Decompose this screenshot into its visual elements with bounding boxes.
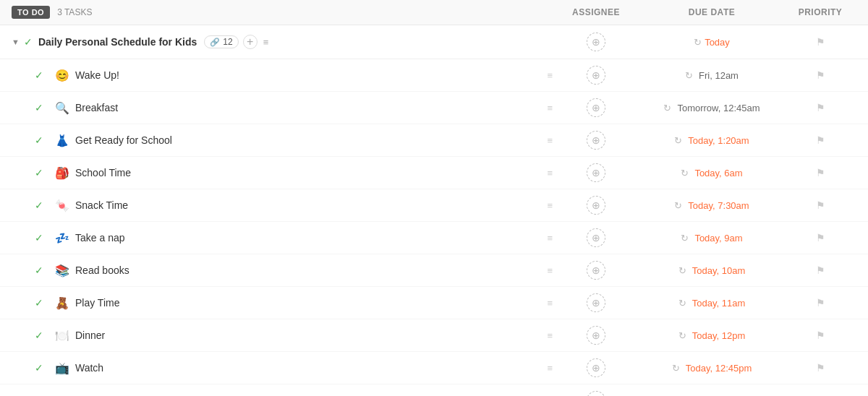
task-emoji: 📚: [55, 264, 69, 277]
task-name: School Time: [75, 167, 542, 178]
task-drag-handle[interactable]: ≡: [547, 233, 553, 244]
group-clock-icon: ↻: [694, 37, 702, 48]
task-row: ✓ 🛏️ Bedtime ≡ ⊕ ↻ Today, 1:30pm ⚑: [0, 384, 868, 396]
task-row: ✓ 📺 Watch ≡ ⊕ ↻ Today, 12:45pm ⚑: [0, 352, 868, 384]
task-assignee-avatar[interactable]: ⊕: [587, 163, 605, 182]
task-flag-icon: ⚑: [816, 199, 825, 211]
task-drag-handle[interactable]: ≡: [547, 70, 553, 81]
task-emoji: 💤: [55, 231, 69, 245]
task-name: Breakfast: [75, 102, 542, 113]
task-assignee-avatar[interactable]: ⊕: [587, 66, 605, 85]
task-check-icon[interactable]: ✓: [35, 297, 46, 309]
task-assignee-col: ⊕: [553, 293, 639, 312]
task-assignee-col: ⊕: [553, 228, 639, 247]
task-row: ✓ 📚 Read books ≡ ⊕ ↻ Today, 10am ⚑: [0, 254, 868, 287]
task-clock-icon: ↻: [674, 200, 682, 211]
task-assignee-col: ⊕: [553, 131, 639, 150]
task-row: ✓ 🔍 Breakfast ≡ ⊕ ↻ Tomorrow, 12:45am ⚑: [0, 92, 868, 124]
task-due-text: Today, 12:45pm: [686, 363, 752, 374]
task-flag-icon: ⚑: [816, 330, 825, 341]
task-priority-col: ⚑: [784, 264, 856, 276]
task-duedate-col: ↻ Today, 7:30am: [639, 200, 784, 211]
task-assignee-col: ⊕: [553, 358, 639, 377]
task-check-icon[interactable]: ✓: [35, 264, 46, 276]
task-priority-col: ⚑: [784, 297, 856, 309]
task-due-text: Today, 6am: [694, 168, 742, 178]
task-check-icon[interactable]: ✓: [35, 167, 46, 178]
task-row: ✓ 👗 Get Ready for School ≡ ⊕ ↻ Today, 1:…: [0, 124, 868, 157]
task-check-icon[interactable]: ✓: [35, 69, 46, 81]
task-emoji: 🔍: [55, 101, 69, 115]
task-drag-handle[interactable]: ≡: [547, 265, 553, 276]
task-assignee-avatar[interactable]: ⊕: [587, 326, 605, 345]
task-check-icon[interactable]: ✓: [35, 102, 46, 113]
task-assignee-col: ⊕: [553, 261, 639, 280]
task-clock-icon: ↻: [678, 265, 686, 276]
task-priority-col: ⚑: [784, 69, 856, 81]
task-check-icon[interactable]: ✓: [35, 199, 46, 211]
task-flag-icon: ⚑: [816, 232, 825, 244]
task-name: Play Time: [75, 297, 542, 309]
add-subtask-button[interactable]: +: [243, 35, 258, 49]
task-drag-handle[interactable]: ≡: [547, 330, 553, 341]
menu-icon[interactable]: ≡: [263, 37, 269, 48]
task-assignee-avatar[interactable]: ⊕: [587, 196, 605, 215]
task-drag-handle[interactable]: ≡: [547, 298, 553, 309]
task-assignee-avatar[interactable]: ⊕: [587, 358, 605, 377]
task-drag-handle[interactable]: ≡: [547, 363, 553, 374]
group-assignee-col: ⊕: [553, 33, 639, 51]
task-drag-handle[interactable]: ≡: [547, 103, 553, 113]
task-clock-icon: ↻: [681, 233, 689, 244]
task-assignee-avatar[interactable]: ⊕: [587, 261, 605, 280]
task-clock-icon: ↻: [678, 298, 686, 309]
task-flag-icon: ⚑: [816, 297, 825, 309]
task-assignee-avatar[interactable]: ⊕: [587, 98, 605, 117]
task-duedate-col: ↻ Today, 12:45pm: [639, 363, 784, 374]
task-flag-icon: ⚑: [816, 102, 825, 113]
group-assignee-avatar[interactable]: ⊕: [587, 33, 605, 51]
task-name: Read books: [75, 264, 542, 276]
group-check-icon[interactable]: ✓: [24, 36, 33, 48]
task-drag-handle[interactable]: ≡: [547, 200, 553, 211]
task-check-icon[interactable]: ✓: [35, 134, 46, 146]
task-assignee-avatar[interactable]: ⊕: [587, 131, 605, 150]
task-due-text: Today, 9am: [694, 233, 742, 244]
task-row: ✓ 🧸 Play Time ≡ ⊕ ↻ Today, 11am ⚑: [0, 287, 868, 319]
task-clock-icon: ↻: [663, 103, 671, 113]
group-row: ▼ ✓ Daily Personal Schedule for Kids 🔗 1…: [0, 25, 868, 59]
task-check-icon[interactable]: ✓: [35, 232, 46, 244]
task-assignee-col: ⊕: [553, 66, 639, 85]
task-priority-col: ⚑: [784, 330, 856, 341]
task-emoji: 🎒: [55, 166, 69, 180]
task-assignee-avatar[interactable]: ⊕: [587, 293, 605, 312]
main-container: TO DO 3 TASKS ASSIGNEE DUE DATE PRIORITY…: [0, 0, 868, 396]
group-due-text: Today: [705, 37, 730, 48]
task-row: ✓ 🎒 School Time ≡ ⊕ ↻ Today, 6am ⚑: [0, 157, 868, 189]
task-assignee-col: ⊕: [553, 326, 639, 345]
task-clock-icon: ↻: [685, 70, 693, 81]
task-priority-col: ⚑: [784, 232, 856, 244]
task-assignee-avatar[interactable]: ⊕: [587, 391, 605, 396]
task-check-icon[interactable]: ✓: [35, 330, 46, 341]
task-emoji: 📺: [55, 361, 69, 375]
task-duedate-col: ↻ Today, 6am: [639, 168, 784, 178]
task-drag-handle[interactable]: ≡: [547, 135, 553, 146]
task-due-text: Today, 11am: [692, 298, 745, 309]
task-duedate-col: ↻ Fri, 12am: [639, 70, 784, 81]
todo-badge: TO DO: [12, 6, 50, 19]
tasks-container: ✓ 😊 Wake Up! ≡ ⊕ ↻ Fri, 12am ⚑ ✓ 🔍 Break…: [0, 59, 868, 396]
group-collapse-arrow[interactable]: ▼: [12, 38, 20, 46]
group-duedate-col: ↻ Today: [639, 37, 784, 48]
task-name: Watch: [75, 362, 542, 374]
task-assignee-col: ⊕: [553, 196, 639, 215]
task-drag-handle[interactable]: ≡: [547, 168, 553, 178]
task-emoji: 🛏️: [55, 394, 69, 397]
task-assignee-avatar[interactable]: ⊕: [587, 228, 605, 247]
subtask-count-badge[interactable]: 🔗 12: [204, 35, 238, 48]
task-priority-col: ⚑: [784, 167, 856, 178]
task-name: Get Ready for School: [75, 134, 542, 146]
task-assignee-col: ⊕: [553, 98, 639, 117]
task-check-icon[interactable]: ✓: [35, 362, 46, 374]
task-priority-col: ⚑: [784, 134, 856, 146]
task-priority-col: ⚑: [784, 362, 856, 374]
